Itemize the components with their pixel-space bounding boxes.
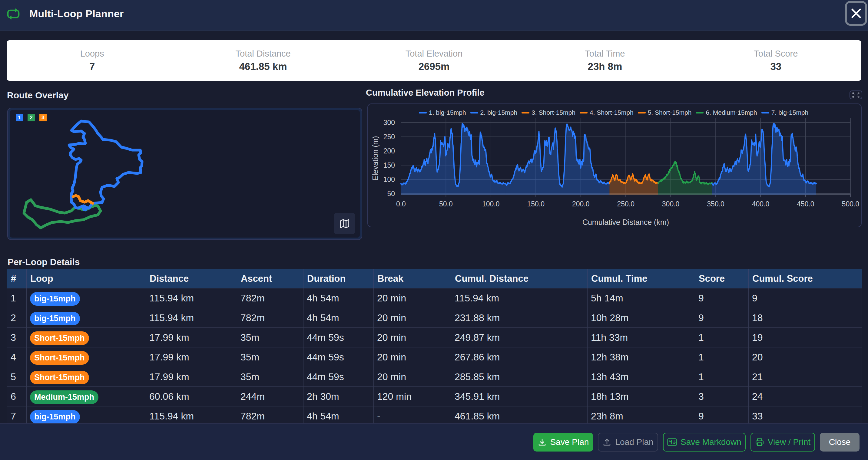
svg-text:150.0: 150.0: [527, 200, 545, 208]
svg-text:200: 200: [383, 147, 395, 155]
svg-text:100.0: 100.0: [482, 200, 500, 208]
svg-text:300.0: 300.0: [662, 200, 680, 208]
svg-text:400.0: 400.0: [752, 200, 770, 208]
svg-text:50: 50: [387, 190, 395, 198]
svg-text:Cumulative Distance (km): Cumulative Distance (km): [582, 218, 669, 226]
svg-text:Elevation (m): Elevation (m): [371, 136, 379, 180]
svg-text:250: 250: [383, 133, 395, 141]
svg-text:450.0: 450.0: [797, 200, 814, 208]
svg-text:200.0: 200.0: [572, 200, 590, 208]
svg-text:50.0: 50.0: [439, 200, 453, 208]
svg-text:350.0: 350.0: [707, 200, 724, 208]
svg-text:0.0: 0.0: [396, 200, 406, 208]
svg-text:500.0: 500.0: [842, 200, 860, 208]
svg-text:100: 100: [383, 175, 395, 184]
svg-text:150: 150: [383, 161, 395, 169]
svg-text:300: 300: [383, 119, 395, 127]
svg-text:250.0: 250.0: [617, 200, 634, 208]
